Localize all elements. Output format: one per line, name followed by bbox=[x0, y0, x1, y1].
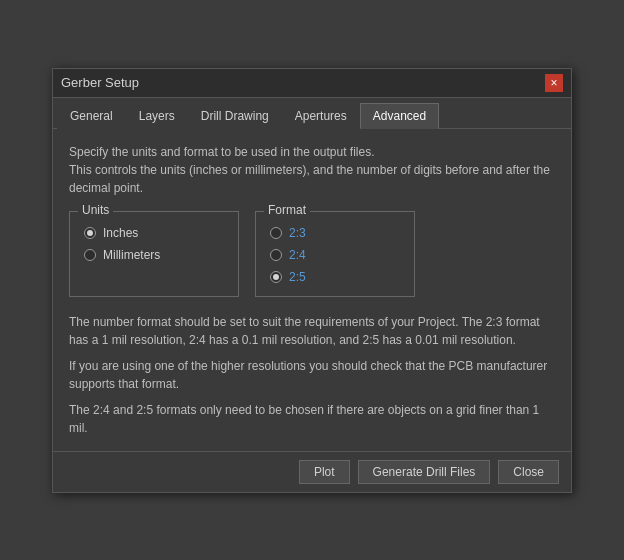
settings-panels-row: Units Inches Millimeters Format bbox=[69, 211, 555, 297]
tab-layers[interactable]: Layers bbox=[126, 103, 188, 129]
gerber-setup-dialog: Gerber Setup × General Layers Drill Draw… bbox=[52, 68, 572, 493]
units-group: Units Inches Millimeters bbox=[69, 211, 239, 297]
format-24-label[interactable]: 2:4 bbox=[289, 248, 306, 262]
tab-advanced[interactable]: Advanced bbox=[360, 103, 439, 129]
format-25-label[interactable]: 2:5 bbox=[289, 270, 306, 284]
tab-content: Specify the units and format to be used … bbox=[53, 129, 571, 451]
desc-line-1: Specify the units and format to be used … bbox=[69, 145, 375, 159]
title-bar: Gerber Setup × bbox=[53, 69, 571, 98]
radio-circle-24 bbox=[270, 249, 282, 261]
inches-label: Inches bbox=[103, 226, 138, 240]
info-para-1: The number format should be set to suit … bbox=[69, 313, 555, 349]
info-text-block: The number format should be set to suit … bbox=[69, 313, 555, 437]
dialog-title: Gerber Setup bbox=[61, 75, 139, 90]
plot-button[interactable]: Plot bbox=[299, 460, 350, 484]
format-group: Format 2:3 2:4 2:5 bbox=[255, 211, 415, 297]
radio-inches[interactable]: Inches bbox=[84, 226, 224, 240]
radio-millimeters[interactable]: Millimeters bbox=[84, 248, 224, 262]
format-group-label: Format bbox=[264, 203, 310, 217]
radio-circle-millimeters bbox=[84, 249, 96, 261]
radio-format-25[interactable]: 2:5 bbox=[270, 270, 400, 284]
radio-format-24[interactable]: 2:4 bbox=[270, 248, 400, 262]
tab-apertures[interactable]: Apertures bbox=[282, 103, 360, 129]
info-para-3: The 2:4 and 2:5 formats only need to be … bbox=[69, 401, 555, 437]
dialog-close-button[interactable]: Close bbox=[498, 460, 559, 484]
description-text: Specify the units and format to be used … bbox=[69, 143, 555, 197]
tab-bar: General Layers Drill Drawing Apertures A… bbox=[53, 98, 571, 129]
tab-drill-drawing[interactable]: Drill Drawing bbox=[188, 103, 282, 129]
info-para-2: If you are using one of the higher resol… bbox=[69, 357, 555, 393]
units-group-label: Units bbox=[78, 203, 113, 217]
format-23-label[interactable]: 2:3 bbox=[289, 226, 306, 240]
desc-line-2: This controls the units (inches or milli… bbox=[69, 163, 550, 195]
radio-format-23[interactable]: 2:3 bbox=[270, 226, 400, 240]
generate-drill-files-button[interactable]: Generate Drill Files bbox=[358, 460, 491, 484]
radio-circle-inches bbox=[84, 227, 96, 239]
footer: Plot Generate Drill Files Close bbox=[53, 451, 571, 492]
radio-circle-25 bbox=[270, 271, 282, 283]
close-button[interactable]: × bbox=[545, 74, 563, 92]
radio-circle-23 bbox=[270, 227, 282, 239]
tab-general[interactable]: General bbox=[57, 103, 126, 129]
millimeters-label: Millimeters bbox=[103, 248, 160, 262]
